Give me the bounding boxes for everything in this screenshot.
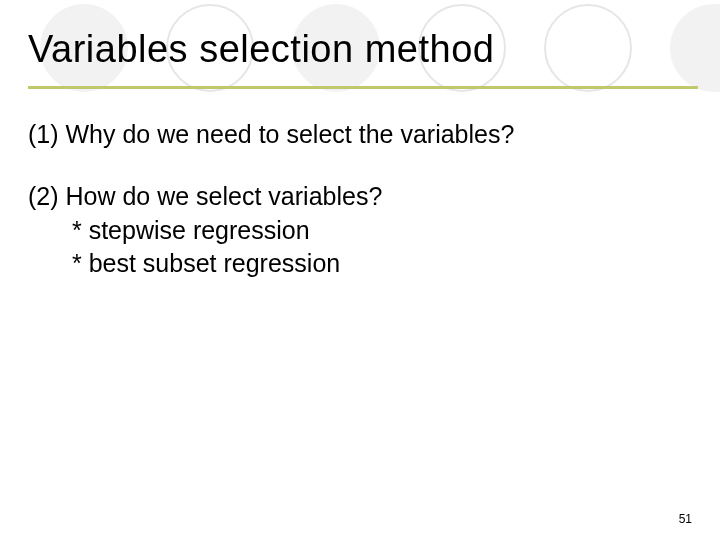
question-2: (2) How do we select variables? [28,180,692,214]
circle-icon [670,4,720,92]
title-underline [28,86,698,89]
slide-title: Variables selection method [28,28,494,71]
question-1: (1) Why do we need to select the variabl… [28,118,692,152]
bullet-stepwise: * stepwise regression [28,214,692,248]
slide-body: (1) Why do we need to select the variabl… [28,118,692,281]
circle-icon [544,4,632,92]
bullet-best-subset: * best subset regression [28,247,692,281]
page-number: 51 [679,512,692,526]
